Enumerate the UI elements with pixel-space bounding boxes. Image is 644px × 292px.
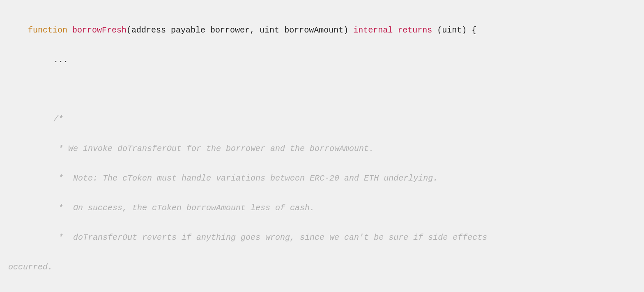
function-name: borrowFresh [72,25,126,35]
code-text: (address payable borrower, uint borrowAm… [126,25,353,35]
comment-line: */ [8,290,636,292]
comment-line: * Note: The cToken must handle variation… [8,171,636,186]
code-line: function borrowFresh(address payable bor… [8,23,636,38]
comment-line: * On success, the cToken borrowAmount le… [8,201,636,216]
comment-line: * doTransferOut reverts if anything goes… [8,230,636,245]
code-text: (uint) { [432,25,476,35]
keyword-function: function [28,25,67,35]
modifier-internal: internal [353,25,393,35]
comment-line: occurred. [8,260,636,275]
code-line: ... [8,53,636,67]
blank-line [8,82,636,97]
code-block: function borrowFresh(address payable bor… [8,8,636,292]
modifier-returns: returns [398,25,432,35]
comment-line: * We invoke doTransferOut for the borrow… [8,141,636,156]
comment-line: /* [8,112,636,127]
